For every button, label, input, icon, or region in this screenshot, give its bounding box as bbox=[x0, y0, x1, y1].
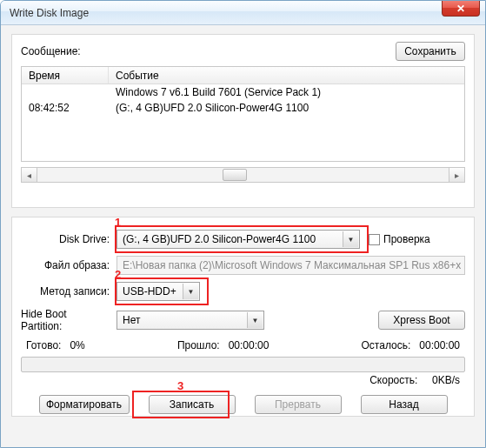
log-table-header: Время Событие bbox=[22, 67, 464, 84]
log-group: Сообщение: Сохранить Время Событие Windo… bbox=[11, 34, 475, 208]
status-row: Готово: 0% Прошло: 00:00:00 Осталось: 00… bbox=[21, 339, 465, 351]
annotation-2: 2 bbox=[115, 268, 121, 281]
write-method-combo[interactable]: USB-HDD+ ▼ bbox=[117, 282, 200, 301]
disk-drive-label: Disk Drive: bbox=[21, 233, 117, 245]
hide-boot-row: Hide Boot Partition: Нет ▼ Xpress Boot bbox=[21, 308, 465, 332]
image-file-label: Файл образа: bbox=[21, 259, 117, 271]
image-file-field: E:\Новая папка (2)\Microsoft Windows 7 М… bbox=[117, 256, 465, 275]
cell-time: 08:42:52 bbox=[22, 102, 109, 114]
col-event-header[interactable]: Событие bbox=[109, 67, 464, 84]
cell-event: (G:, 4 GB)UFD 2.0 Silicon-Power4G 1100 bbox=[109, 102, 464, 114]
table-row[interactable]: Windows 7 v6.1 Build 7601 (Service Pack … bbox=[22, 84, 464, 100]
ready-label: Готово: bbox=[26, 339, 61, 351]
log-table-body: Windows 7 v6.1 Build 7601 (Service Pack … bbox=[22, 84, 464, 116]
speed-row: Скорость: 0KB/s bbox=[21, 372, 465, 395]
settings-group: 1 Disk Drive: (G:, 4 GB)UFD 2.0 Silicon-… bbox=[11, 217, 475, 417]
disk-drive-value: (G:, 4 GB)UFD 2.0 Silicon-Power4G 1100 bbox=[123, 233, 316, 245]
annotation-3: 3 bbox=[177, 379, 183, 392]
table-row[interactable]: 08:42:52 (G:, 4 GB)UFD 2.0 Silicon-Power… bbox=[22, 100, 464, 116]
speed-value: 0KB/s bbox=[432, 374, 460, 386]
message-label: Сообщение: bbox=[21, 45, 81, 57]
window-title: Write Disk Image bbox=[10, 7, 89, 19]
save-button[interactable]: Сохранить bbox=[396, 42, 465, 61]
verify-label: Проверка bbox=[383, 233, 430, 245]
close-button[interactable]: ✕ bbox=[442, 1, 480, 17]
verify-checkbox[interactable] bbox=[369, 234, 380, 245]
scroll-thumb[interactable] bbox=[223, 169, 247, 181]
elapsed-value: 00:00:00 bbox=[229, 339, 270, 351]
write-method-row: Метод записи: USB-HDD+ ▼ bbox=[21, 282, 465, 301]
write-method-value: USB-HDD+ bbox=[123, 285, 176, 298]
chevron-down-icon[interactable]: ▼ bbox=[183, 284, 198, 299]
write-button[interactable]: Записать bbox=[149, 395, 236, 414]
close-icon: ✕ bbox=[456, 3, 465, 15]
hide-boot-label: Hide Boot Partition: bbox=[21, 308, 117, 332]
progress-bar bbox=[21, 357, 465, 372]
scroll-right-icon[interactable]: ▸ bbox=[449, 168, 464, 182]
client-area: Сообщение: Сохранить Время Событие Windo… bbox=[1, 25, 485, 447]
disk-drive-row: Disk Drive: (G:, 4 GB)UFD 2.0 Silicon-Po… bbox=[21, 230, 465, 249]
scroll-track[interactable] bbox=[37, 168, 449, 182]
titlebar[interactable]: Write Disk Image ✕ bbox=[1, 1, 485, 25]
disk-drive-combo[interactable]: (G:, 4 GB)UFD 2.0 Silicon-Power4G 1100 ▼ bbox=[117, 230, 360, 249]
format-button[interactable]: Форматировать bbox=[39, 395, 130, 414]
abort-button[interactable]: Прервать bbox=[255, 395, 342, 414]
scroll-left-icon[interactable]: ◂ bbox=[22, 168, 37, 182]
back-button[interactable]: Назад bbox=[361, 395, 448, 414]
hide-boot-value: Нет bbox=[123, 314, 140, 326]
write-method-label: Метод записи: bbox=[21, 285, 117, 298]
remain-label: Осталось: bbox=[362, 339, 411, 351]
log-table: Время Событие Windows 7 v6.1 Build 7601 … bbox=[21, 66, 465, 162]
annotation-1: 1 bbox=[115, 216, 121, 229]
speed-label: Скорость: bbox=[369, 374, 417, 386]
image-file-row: Файл образа: E:\Новая папка (2)\Microsof… bbox=[21, 256, 465, 275]
elapsed-label: Прошло: bbox=[177, 339, 220, 351]
hide-boot-combo[interactable]: Нет ▼ bbox=[117, 311, 264, 330]
chevron-down-icon[interactable]: ▼ bbox=[247, 312, 263, 328]
chevron-down-icon[interactable]: ▼ bbox=[343, 231, 358, 247]
remain-value: 00:00:00 bbox=[419, 339, 460, 351]
xpress-boot-button[interactable]: Xpress Boot bbox=[378, 311, 465, 330]
button-row: Форматировать Записать Прервать Назад 3 bbox=[21, 395, 465, 414]
ready-value: 0% bbox=[70, 339, 84, 351]
horizontal-scrollbar[interactable]: ◂ ▸ bbox=[21, 167, 465, 183]
cell-event: Windows 7 v6.1 Build 7601 (Service Pack … bbox=[109, 86, 464, 98]
col-time-header[interactable]: Время bbox=[22, 67, 109, 84]
